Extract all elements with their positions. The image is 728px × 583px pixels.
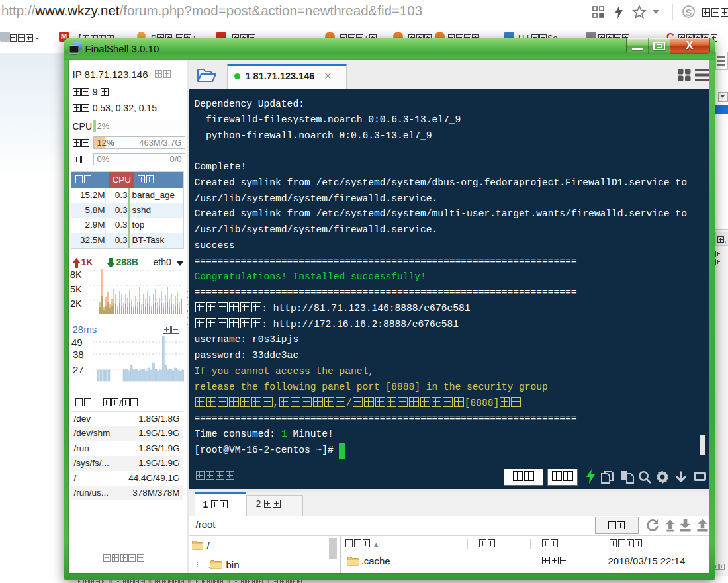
- svg-text:5K: 5K: [70, 284, 82, 294]
- svg-text:49: 49: [71, 337, 83, 348]
- svg-text:2K: 2K: [70, 298, 82, 309]
- svg-text:8K: 8K: [70, 269, 82, 280]
- svg-text:38: 38: [73, 349, 84, 360]
- svg-text:27: 27: [73, 364, 84, 375]
